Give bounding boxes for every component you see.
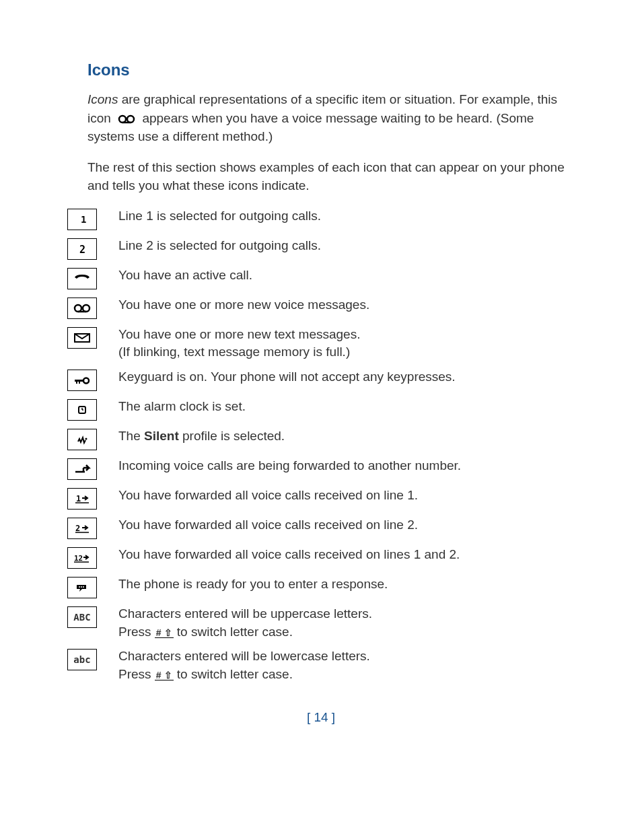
icon-description: You have an active call. xyxy=(118,267,575,285)
icon-row: The phone is ready for you to enter a re… xyxy=(67,575,575,598)
icon-row: You have one or more new voice messages. xyxy=(67,296,575,319)
icon-description: The alarm clock is set. xyxy=(118,398,575,416)
fwd2-icon xyxy=(67,518,97,539)
page-number: [ 14 ] xyxy=(67,710,575,725)
icon-row: Keyguard is on. Your phone will not acce… xyxy=(67,368,575,391)
icon-description: You have forwarded all voice calls recei… xyxy=(118,516,575,534)
silent-icon xyxy=(67,429,97,450)
clock-icon xyxy=(67,399,97,421)
voicemail-icon xyxy=(67,298,97,319)
abc-icon: abc xyxy=(67,649,97,670)
icon-row: abcCharacters entered will be lowercase … xyxy=(67,648,575,683)
key-icon xyxy=(67,370,97,391)
icon-description: Characters entered will be lowercase let… xyxy=(118,648,575,683)
fwd1-icon xyxy=(67,488,97,510)
icon-description: Line 2 is selected for outgoing calls. xyxy=(118,237,575,255)
icon-row: The Silent profile is selected. xyxy=(67,427,575,450)
icon-row: The alarm clock is set. xyxy=(67,398,575,421)
icon-row: You have forwarded all voice calls recei… xyxy=(67,516,575,539)
icon-description: You have one or more new voice messages. xyxy=(118,296,575,314)
icon-row: You have forwarded all voice calls recei… xyxy=(67,487,575,510)
line2-icon xyxy=(67,238,97,260)
icon-description: You have one or more new text messages.(… xyxy=(118,326,575,361)
intro-text-1c: appears when you have a voice message wa… xyxy=(87,111,534,144)
intro-italic: Icons xyxy=(87,92,118,106)
icon-description: Keyguard is on. Your phone will not acce… xyxy=(118,368,575,386)
handset-icon xyxy=(67,268,97,289)
icon-description: The phone is ready for you to enter a re… xyxy=(118,575,575,594)
icon-row: You have one or more new text messages.(… xyxy=(67,326,575,361)
intro-paragraph-1: Icons are graphical representations of a… xyxy=(87,90,575,146)
icon-row: Incoming voice calls are being forwarded… xyxy=(67,457,575,480)
voicemail-icon xyxy=(117,114,136,125)
icon-list: Line 1 is selected for outgoing calls.Li… xyxy=(67,207,575,684)
envelope-icon xyxy=(67,327,97,349)
icon-description: You have forwarded all voice calls recei… xyxy=(118,546,575,564)
response-icon xyxy=(67,577,97,598)
line1-icon xyxy=(67,209,97,230)
icon-description: Incoming voice calls are being forwarded… xyxy=(118,457,575,475)
icon-description: The Silent profile is selected. xyxy=(118,427,575,446)
icon-row: Line 1 is selected for outgoing calls. xyxy=(67,207,575,230)
ABC-icon: ABC xyxy=(67,606,97,628)
icon-description: You have forwarded all voice calls recei… xyxy=(118,487,575,505)
icon-row: ABCCharacters entered will be uppercase … xyxy=(67,605,575,641)
icon-row: Line 2 is selected for outgoing calls. xyxy=(67,237,575,260)
intro-paragraph-2: The rest of this section shows examples … xyxy=(87,158,575,195)
section-heading: Icons xyxy=(87,61,575,79)
icon-row: You have an active call. xyxy=(67,267,575,289)
icon-row: You have forwarded all voice calls recei… xyxy=(67,546,575,569)
fwd12-icon xyxy=(67,547,97,569)
icon-description: Line 1 is selected for outgoing calls. xyxy=(118,207,575,225)
icon-description: Characters entered will be uppercase let… xyxy=(118,605,575,641)
fwd-icon xyxy=(67,458,97,480)
